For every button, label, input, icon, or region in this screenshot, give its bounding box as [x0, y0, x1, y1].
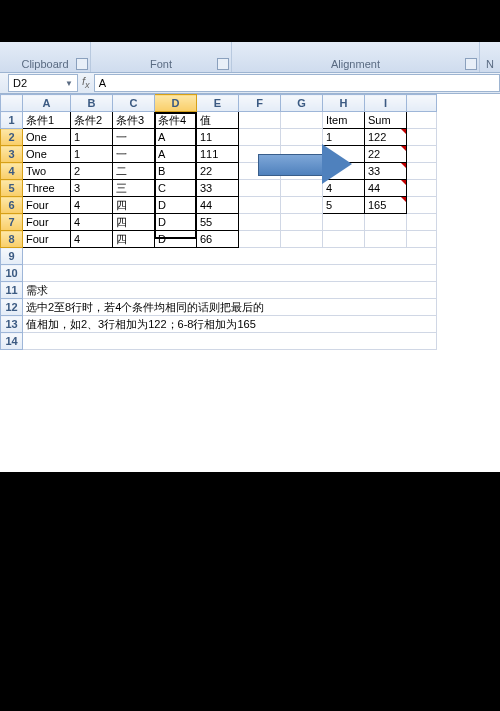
worksheet[interactable]: A B C D E F G H I 1 条件1 条件2 条件3 条件4 值 It…	[0, 94, 500, 350]
row[interactable]: 1 条件1 条件2 条件3 条件4 值 Item Sum	[1, 112, 437, 129]
cell[interactable]: 条件3	[113, 112, 155, 129]
cell[interactable]: 条件4	[155, 112, 197, 129]
cell[interactable]: 55	[197, 214, 239, 231]
row-header[interactable]: 9	[1, 248, 23, 265]
cell[interactable]: D	[155, 197, 197, 214]
col-header[interactable]: C	[113, 95, 155, 112]
cell[interactable]	[239, 112, 281, 129]
cell[interactable]: 66	[197, 231, 239, 248]
row-header[interactable]: 13	[1, 316, 23, 333]
row-header[interactable]: 12	[1, 299, 23, 316]
cell[interactable]: 33	[197, 180, 239, 197]
cell[interactable]: 需求	[23, 282, 437, 299]
col-header[interactable]: F	[239, 95, 281, 112]
cell[interactable]: 165	[365, 197, 407, 214]
col-header[interactable]: D	[155, 95, 197, 112]
cell[interactable]: 1	[71, 129, 113, 146]
row[interactable]: 8 Four 4 四 D 66	[1, 231, 437, 248]
cell[interactable]: Two	[23, 163, 71, 180]
cell[interactable]: 2	[71, 163, 113, 180]
cell[interactable]: 5	[323, 197, 365, 214]
row[interactable]: 10	[1, 265, 437, 282]
cell[interactable]	[239, 214, 281, 231]
row[interactable]: 4 Two 2 二 B 22 3 33	[1, 163, 437, 180]
name-box[interactable]: D2▼	[8, 74, 78, 92]
ribbon-group-font[interactable]: Font	[91, 42, 232, 72]
cell[interactable]: One	[23, 129, 71, 146]
row-header[interactable]: 6	[1, 197, 23, 214]
cell[interactable]	[281, 197, 323, 214]
col-header[interactable]: A	[23, 95, 71, 112]
ribbon-group-number[interactable]: N	[480, 42, 500, 72]
row[interactable]: 3 One 1 一 A 111 2 22	[1, 146, 437, 163]
cell[interactable]	[323, 214, 365, 231]
cell[interactable]	[239, 197, 281, 214]
cell[interactable]	[407, 231, 437, 248]
row-header[interactable]: 5	[1, 180, 23, 197]
col-header[interactable]: E	[197, 95, 239, 112]
cell[interactable]	[365, 214, 407, 231]
row-header[interactable]: 1	[1, 112, 23, 129]
cell[interactable]: Item	[323, 112, 365, 129]
cell[interactable]: 四	[113, 214, 155, 231]
cell[interactable]: 值相加，如2、3行相加为122；6-8行相加为165	[23, 316, 437, 333]
cell[interactable]: 二	[113, 163, 155, 180]
col-header[interactable]	[407, 95, 437, 112]
cell[interactable]: 选中2至8行时，若4个条件均相同的话则把最后的	[23, 299, 437, 316]
cell[interactable]	[23, 265, 437, 282]
cell[interactable]	[23, 248, 437, 265]
cell[interactable]	[281, 231, 323, 248]
row[interactable]: 7 Four 4 四 D 55	[1, 214, 437, 231]
cell[interactable]	[407, 214, 437, 231]
col-header[interactable]: I	[365, 95, 407, 112]
cell[interactable]: 111	[197, 146, 239, 163]
row-header[interactable]: 3	[1, 146, 23, 163]
cell[interactable]	[323, 231, 365, 248]
cell[interactable]	[23, 333, 437, 350]
dialog-launcher-icon[interactable]	[217, 58, 229, 70]
cell[interactable]: 44	[197, 197, 239, 214]
cell[interactable]: 1	[323, 129, 365, 146]
row[interactable]: 2 One 1 一 A 11 1 122	[1, 129, 437, 146]
cell[interactable]: 4	[71, 214, 113, 231]
cell[interactable]	[407, 112, 437, 129]
dialog-launcher-icon[interactable]	[76, 58, 88, 70]
grid[interactable]: A B C D E F G H I 1 条件1 条件2 条件3 条件4 值 It…	[0, 94, 437, 350]
cell[interactable]: B	[155, 163, 197, 180]
cell[interactable]	[407, 146, 437, 163]
cell[interactable]: D	[155, 231, 197, 248]
ribbon-group-clipboard[interactable]: Clipboard	[0, 42, 91, 72]
cell[interactable]	[281, 214, 323, 231]
row[interactable]: 11需求	[1, 282, 437, 299]
row-header[interactable]: 4	[1, 163, 23, 180]
cell[interactable]: 33	[365, 163, 407, 180]
column-headers[interactable]: A B C D E F G H I	[1, 95, 437, 112]
cell[interactable]	[239, 231, 281, 248]
cell[interactable]: 一	[113, 146, 155, 163]
cell[interactable]: 四	[113, 197, 155, 214]
row[interactable]: 12选中2至8行时，若4个条件均相同的话则把最后的	[1, 299, 437, 316]
row[interactable]: 14	[1, 333, 437, 350]
cell[interactable]: 一	[113, 129, 155, 146]
cell[interactable]: 4	[71, 231, 113, 248]
row[interactable]: 6 Four 4 四 D 44 5 165	[1, 197, 437, 214]
cell[interactable]	[239, 129, 281, 146]
cell[interactable]	[407, 180, 437, 197]
dialog-launcher-icon[interactable]	[465, 58, 477, 70]
cell[interactable]	[365, 231, 407, 248]
cell[interactable]: 值	[197, 112, 239, 129]
cell[interactable]: 三	[113, 180, 155, 197]
row-header[interactable]: 8	[1, 231, 23, 248]
row-header[interactable]: 2	[1, 129, 23, 146]
cell[interactable]: A	[155, 146, 197, 163]
cell[interactable]: 4	[71, 197, 113, 214]
row[interactable]: 9	[1, 248, 437, 265]
cell[interactable]: 四	[113, 231, 155, 248]
cell[interactable]: 44	[365, 180, 407, 197]
cell[interactable]: Four	[23, 197, 71, 214]
row[interactable]: 5 Three 3 三 C 33 4 44	[1, 180, 437, 197]
cell[interactable]: 22	[197, 163, 239, 180]
cell[interactable]: Four	[23, 231, 71, 248]
ribbon-group-alignment[interactable]: Alignment	[232, 42, 480, 72]
cell[interactable]	[407, 129, 437, 146]
